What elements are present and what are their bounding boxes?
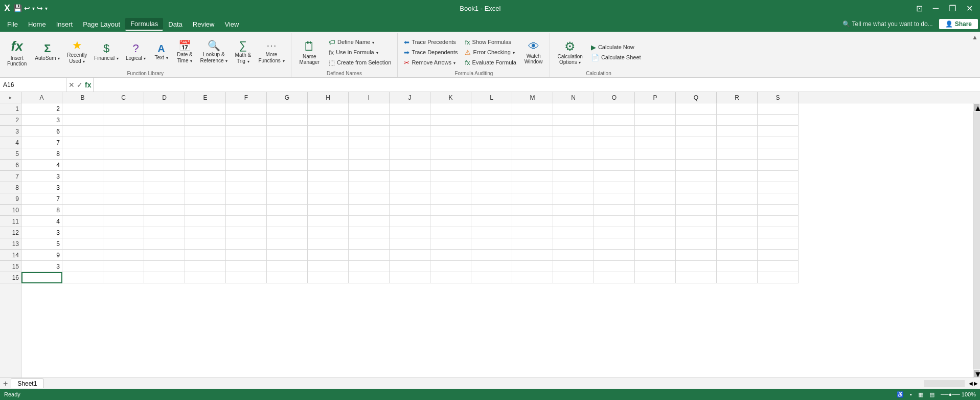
cell-G11[interactable]: [267, 216, 308, 227]
cell-A7[interactable]: 3: [21, 171, 62, 182]
window-resize-icon[interactable]: ⊡: [913, 4, 926, 13]
row-header-16[interactable]: 16: [0, 272, 21, 283]
cell-P12[interactable]: [635, 227, 676, 238]
cell-N7[interactable]: [553, 171, 594, 182]
cell-N8[interactable]: [553, 182, 594, 193]
row-header-12[interactable]: 12: [0, 227, 21, 238]
cell-Q9[interactable]: [676, 193, 717, 205]
cell-S14[interactable]: [758, 250, 799, 261]
col-header-G[interactable]: G: [267, 92, 308, 103]
cell-N11[interactable]: [553, 216, 594, 227]
cell-P4[interactable]: [635, 137, 676, 148]
col-header-E[interactable]: E: [185, 92, 226, 103]
cell-B3[interactable]: [62, 126, 103, 137]
row-header-11[interactable]: 11: [0, 216, 21, 227]
cell-O13[interactable]: [594, 238, 635, 250]
cell-D9[interactable]: [144, 193, 185, 205]
cell-Q12[interactable]: [676, 227, 717, 238]
cell-J10[interactable]: [390, 205, 430, 216]
cell-F14[interactable]: [226, 250, 267, 261]
cell-Q5[interactable]: [676, 148, 717, 160]
cell-A10[interactable]: 8: [21, 205, 62, 216]
trace-precedents-button[interactable]: ⬅ Trace Precedents: [401, 37, 461, 47]
col-header-J[interactable]: J: [390, 92, 430, 103]
cell-N3[interactable]: [553, 126, 594, 137]
cell-L10[interactable]: [471, 205, 512, 216]
col-header-I[interactable]: I: [349, 92, 390, 103]
cell-H2[interactable]: [308, 115, 349, 126]
row-header-8[interactable]: 8: [0, 182, 21, 193]
col-header-H[interactable]: H: [308, 92, 349, 103]
formula-fn-button[interactable]: fx: [85, 81, 91, 89]
cell-N5[interactable]: [553, 148, 594, 160]
cell-I12[interactable]: [349, 227, 390, 238]
cell-I11[interactable]: [349, 216, 390, 227]
cell-S13[interactable]: [758, 238, 799, 250]
cell-B1[interactable]: [62, 103, 103, 115]
col-header-B[interactable]: B: [62, 92, 103, 103]
cell-G9[interactable]: [267, 193, 308, 205]
cell-D3[interactable]: [144, 126, 185, 137]
col-header-N[interactable]: N: [553, 92, 594, 103]
cell-M1[interactable]: [512, 103, 553, 115]
corner-cell[interactable]: ▸: [0, 92, 21, 103]
cell-N14[interactable]: [553, 250, 594, 261]
cell-G10[interactable]: [267, 205, 308, 216]
cell-R4[interactable]: [717, 137, 758, 148]
cell-F15[interactable]: [226, 261, 267, 272]
cell-H16[interactable]: [308, 272, 349, 283]
cell-L2[interactable]: [471, 115, 512, 126]
cell-A12[interactable]: 3: [21, 227, 62, 238]
trace-dependents-button[interactable]: ➡ Trace Dependents: [401, 48, 461, 57]
scrollbar-down-button[interactable]: ▼: [974, 370, 979, 377]
cell-L4[interactable]: [471, 137, 512, 148]
cell-E16[interactable]: [185, 272, 226, 283]
cell-J9[interactable]: [390, 193, 430, 205]
cell-A14[interactable]: 9: [21, 250, 62, 261]
cell-F5[interactable]: [226, 148, 267, 160]
error-checking-button[interactable]: ⚠ Error Checking ▾: [462, 48, 519, 57]
cell-K7[interactable]: [430, 171, 471, 182]
cell-A1[interactable]: 2: [21, 103, 62, 115]
cell-H13[interactable]: [308, 238, 349, 250]
cell-P2[interactable]: [635, 115, 676, 126]
cell-C11[interactable]: [103, 216, 144, 227]
cell-J5[interactable]: [390, 148, 430, 160]
cell-A3[interactable]: 6: [21, 126, 62, 137]
cell-G2[interactable]: [267, 115, 308, 126]
cell-S1[interactable]: [758, 103, 799, 115]
cell-P6[interactable]: [635, 160, 676, 171]
cell-E11[interactable]: [185, 216, 226, 227]
cell-G3[interactable]: [267, 126, 308, 137]
cell-M12[interactable]: [512, 227, 553, 238]
cell-I14[interactable]: [349, 250, 390, 261]
col-header-A[interactable]: A: [21, 92, 62, 103]
cell-D10[interactable]: [144, 205, 185, 216]
cell-L13[interactable]: [471, 238, 512, 250]
row-header-7[interactable]: 7: [0, 171, 21, 182]
view-layout-button[interactable]: ▦: [918, 391, 923, 398]
sheet-next-button[interactable]: ▶: [974, 381, 978, 386]
cell-O2[interactable]: [594, 115, 635, 126]
save-icon[interactable]: 💾: [13, 4, 22, 12]
cell-M14[interactable]: [512, 250, 553, 261]
cell-O11[interactable]: [594, 216, 635, 227]
cell-K1[interactable]: [430, 103, 471, 115]
cell-J6[interactable]: [390, 160, 430, 171]
search-box[interactable]: 🔍 Tell me what you want to do...: [842, 20, 933, 28]
cell-Q10[interactable]: [676, 205, 717, 216]
cell-J7[interactable]: [390, 171, 430, 182]
minimize-button[interactable]: ─: [930, 4, 942, 13]
cell-Q2[interactable]: [676, 115, 717, 126]
cell-P11[interactable]: [635, 216, 676, 227]
cell-K13[interactable]: [430, 238, 471, 250]
col-header-P[interactable]: P: [635, 92, 676, 103]
cell-S7[interactable]: [758, 171, 799, 182]
cell-N10[interactable]: [553, 205, 594, 216]
col-header-O[interactable]: O: [594, 92, 635, 103]
cell-S15[interactable]: [758, 261, 799, 272]
cell-R1[interactable]: [717, 103, 758, 115]
cell-S3[interactable]: [758, 126, 799, 137]
cell-B7[interactable]: [62, 171, 103, 182]
cell-R5[interactable]: [717, 148, 758, 160]
